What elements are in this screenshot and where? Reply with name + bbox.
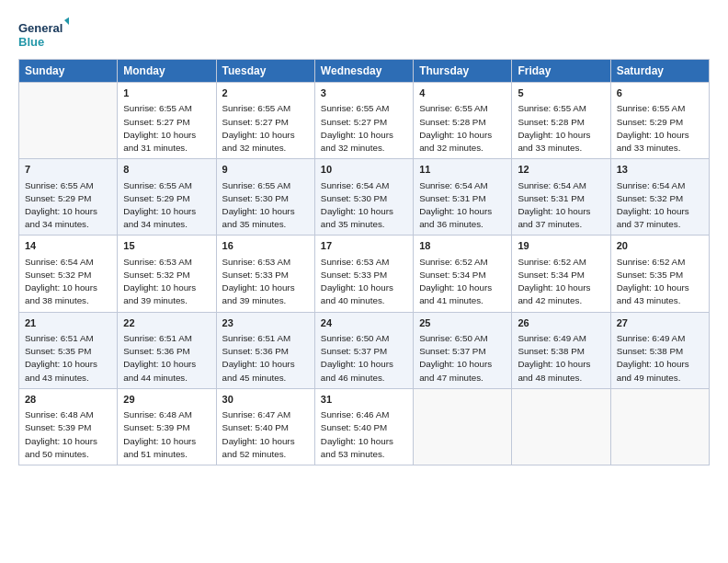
calendar-week-row: 1Sunrise: 6:55 AMSunset: 5:27 PMDaylight…: [19, 83, 710, 159]
day-number: 15: [123, 239, 210, 253]
calendar-cell: 16Sunrise: 6:53 AMSunset: 5:33 PMDayligh…: [216, 236, 314, 312]
day-info: Sunrise: 6:55 AMSunset: 5:28 PMDaylight:…: [518, 102, 604, 155]
calendar-cell: 28Sunrise: 6:48 AMSunset: 5:39 PMDayligh…: [19, 388, 118, 465]
calendar-body: 1Sunrise: 6:55 AMSunset: 5:27 PMDaylight…: [19, 83, 710, 465]
day-info: Sunrise: 6:55 AMSunset: 5:27 PMDaylight:…: [222, 102, 309, 155]
day-header-monday: Monday: [118, 60, 216, 83]
day-info: Sunrise: 6:53 AMSunset: 5:32 PMDaylight:…: [123, 256, 210, 308]
day-number: 17: [321, 239, 407, 253]
day-info: Sunrise: 6:55 AMSunset: 5:29 PMDaylight:…: [25, 179, 111, 232]
header: General Blue: [18, 17, 710, 52]
calendar-cell: 11Sunrise: 6:54 AMSunset: 5:31 PMDayligh…: [414, 159, 512, 236]
calendar-cell: [19, 83, 118, 159]
calendar-cell: 19Sunrise: 6:52 AMSunset: 5:34 PMDayligh…: [512, 236, 610, 312]
day-number: 3: [321, 86, 407, 100]
calendar-table: SundayMondayTuesdayWednesdayThursdayFrid…: [18, 59, 710, 465]
calendar-cell: 17Sunrise: 6:53 AMSunset: 5:33 PMDayligh…: [314, 236, 413, 312]
calendar-cell: 27Sunrise: 6:49 AMSunset: 5:38 PMDayligh…: [610, 312, 709, 388]
calendar-cell: 5Sunrise: 6:55 AMSunset: 5:28 PMDaylight…: [512, 83, 610, 159]
day-number: 29: [123, 393, 210, 407]
day-header-thursday: Thursday: [414, 60, 512, 83]
day-info: Sunrise: 6:51 AMSunset: 5:35 PMDaylight:…: [25, 332, 111, 385]
day-info: Sunrise: 6:52 AMSunset: 5:34 PMDaylight:…: [518, 256, 604, 308]
day-info: Sunrise: 6:55 AMSunset: 5:29 PMDaylight:…: [617, 102, 703, 155]
day-number: 13: [617, 163, 703, 177]
day-info: Sunrise: 6:55 AMSunset: 5:28 PMDaylight:…: [419, 102, 506, 155]
day-header-wednesday: Wednesday: [314, 60, 413, 83]
day-number: 4: [419, 86, 506, 100]
day-number: 18: [419, 239, 506, 253]
calendar-cell: 4Sunrise: 6:55 AMSunset: 5:28 PMDaylight…: [414, 83, 512, 159]
svg-text:General: General: [18, 21, 63, 35]
day-info: Sunrise: 6:48 AMSunset: 5:39 PMDaylight:…: [123, 408, 210, 461]
calendar-cell: 25Sunrise: 6:50 AMSunset: 5:37 PMDayligh…: [414, 312, 512, 388]
day-number: 1: [123, 86, 210, 100]
day-info: Sunrise: 6:47 AMSunset: 5:40 PMDaylight:…: [222, 408, 309, 461]
day-number: 20: [617, 239, 703, 253]
day-number: 11: [419, 163, 506, 177]
logo: General Blue: [18, 17, 69, 52]
day-info: Sunrise: 6:52 AMSunset: 5:34 PMDaylight:…: [419, 256, 506, 308]
day-info: Sunrise: 6:53 AMSunset: 5:33 PMDaylight:…: [222, 256, 309, 308]
day-number: 16: [222, 239, 309, 253]
calendar-cell: 29Sunrise: 6:48 AMSunset: 5:39 PMDayligh…: [118, 388, 216, 465]
calendar-week-row: 7Sunrise: 6:55 AMSunset: 5:29 PMDaylight…: [19, 159, 710, 236]
day-info: Sunrise: 6:54 AMSunset: 5:30 PMDaylight:…: [321, 179, 407, 232]
day-number: 23: [222, 316, 309, 330]
calendar-cell: 20Sunrise: 6:52 AMSunset: 5:35 PMDayligh…: [610, 236, 709, 312]
day-number: 14: [25, 239, 111, 253]
day-info: Sunrise: 6:51 AMSunset: 5:36 PMDaylight:…: [222, 332, 309, 385]
day-info: Sunrise: 6:49 AMSunset: 5:38 PMDaylight:…: [617, 332, 703, 385]
day-number: 30: [222, 393, 309, 407]
day-info: Sunrise: 6:52 AMSunset: 5:35 PMDaylight:…: [617, 256, 703, 308]
day-header-saturday: Saturday: [610, 60, 709, 83]
day-info: Sunrise: 6:50 AMSunset: 5:37 PMDaylight:…: [321, 332, 407, 385]
day-info: Sunrise: 6:55 AMSunset: 5:27 PMDaylight:…: [123, 102, 210, 155]
logo-svg: General Blue: [18, 17, 69, 52]
day-info: Sunrise: 6:49 AMSunset: 5:38 PMDaylight:…: [518, 332, 604, 385]
day-number: 9: [222, 163, 309, 177]
day-number: 25: [419, 316, 506, 330]
calendar-cell: [414, 388, 512, 465]
calendar-cell: 22Sunrise: 6:51 AMSunset: 5:36 PMDayligh…: [118, 312, 216, 388]
day-number: 26: [518, 316, 604, 330]
calendar-cell: 1Sunrise: 6:55 AMSunset: 5:27 PMDaylight…: [118, 83, 216, 159]
calendar-week-row: 14Sunrise: 6:54 AMSunset: 5:32 PMDayligh…: [19, 236, 710, 312]
calendar-cell: 13Sunrise: 6:54 AMSunset: 5:32 PMDayligh…: [610, 159, 709, 236]
calendar-cell: 9Sunrise: 6:55 AMSunset: 5:30 PMDaylight…: [216, 159, 314, 236]
day-number: 10: [321, 163, 407, 177]
calendar-cell: 31Sunrise: 6:46 AMSunset: 5:40 PMDayligh…: [314, 388, 413, 465]
day-info: Sunrise: 6:54 AMSunset: 5:31 PMDaylight:…: [518, 179, 604, 232]
day-number: 31: [321, 393, 407, 407]
calendar-cell: 23Sunrise: 6:51 AMSunset: 5:36 PMDayligh…: [216, 312, 314, 388]
calendar-cell: 6Sunrise: 6:55 AMSunset: 5:29 PMDaylight…: [610, 83, 709, 159]
day-info: Sunrise: 6:48 AMSunset: 5:39 PMDaylight:…: [25, 408, 111, 461]
svg-marker-2: [64, 17, 69, 26]
day-header-friday: Friday: [512, 60, 610, 83]
calendar-cell: [512, 388, 610, 465]
page: General Blue SundayMondayTuesdayWednesda…: [0, 0, 728, 475]
day-number: 27: [617, 316, 703, 330]
day-info: Sunrise: 6:46 AMSunset: 5:40 PMDaylight:…: [321, 408, 407, 461]
day-info: Sunrise: 6:50 AMSunset: 5:37 PMDaylight:…: [419, 332, 506, 385]
calendar-cell: 2Sunrise: 6:55 AMSunset: 5:27 PMDaylight…: [216, 83, 314, 159]
day-number: 6: [617, 86, 703, 100]
day-number: 19: [518, 239, 604, 253]
calendar-cell: 3Sunrise: 6:55 AMSunset: 5:27 PMDaylight…: [314, 83, 413, 159]
calendar-header-row: SundayMondayTuesdayWednesdayThursdayFrid…: [19, 60, 710, 83]
calendar-cell: 21Sunrise: 6:51 AMSunset: 5:35 PMDayligh…: [19, 312, 118, 388]
calendar-week-row: 28Sunrise: 6:48 AMSunset: 5:39 PMDayligh…: [19, 388, 710, 465]
calendar-week-row: 21Sunrise: 6:51 AMSunset: 5:35 PMDayligh…: [19, 312, 710, 388]
calendar-cell: 10Sunrise: 6:54 AMSunset: 5:30 PMDayligh…: [314, 159, 413, 236]
day-info: Sunrise: 6:53 AMSunset: 5:33 PMDaylight:…: [321, 256, 407, 308]
day-info: Sunrise: 6:55 AMSunset: 5:30 PMDaylight:…: [222, 179, 309, 232]
day-number: 12: [518, 163, 604, 177]
day-number: 21: [25, 316, 111, 330]
calendar-cell: 26Sunrise: 6:49 AMSunset: 5:38 PMDayligh…: [512, 312, 610, 388]
day-info: Sunrise: 6:54 AMSunset: 5:31 PMDaylight:…: [419, 179, 506, 232]
day-number: 24: [321, 316, 407, 330]
calendar-cell: 15Sunrise: 6:53 AMSunset: 5:32 PMDayligh…: [118, 236, 216, 312]
calendar-cell: 18Sunrise: 6:52 AMSunset: 5:34 PMDayligh…: [414, 236, 512, 312]
calendar-cell: 14Sunrise: 6:54 AMSunset: 5:32 PMDayligh…: [19, 236, 118, 312]
day-number: 28: [25, 393, 111, 407]
